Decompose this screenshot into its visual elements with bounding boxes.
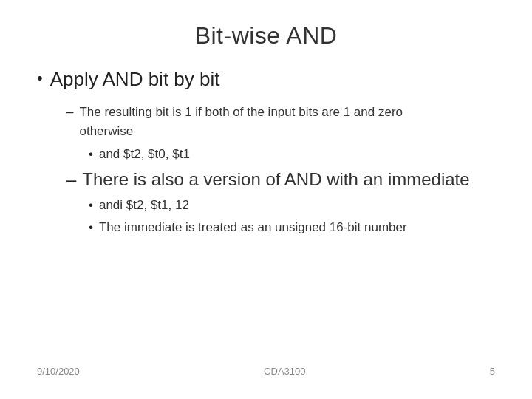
dash-item-1: – The resulting bit is 1 if both of the … xyxy=(66,103,495,140)
dot-marker-1: • xyxy=(89,145,93,164)
dash-item-2-text: There is also a version of AND with an i… xyxy=(82,167,469,192)
slide: Bit-wise AND • Apply AND bit by bit – Th… xyxy=(0,0,532,399)
dash-2-sub-sub: • andi $t2, $t1, 12 • The immediate is t… xyxy=(89,196,495,236)
bullet-1: • Apply AND bit by bit xyxy=(37,66,495,92)
dash-item-1-text: The resulting bit is 1 if both of the in… xyxy=(79,103,403,140)
dash-marker-1: – xyxy=(66,103,73,122)
footer-date: 9/10/2020 xyxy=(37,366,80,377)
dash-item-1-line2: otherwise xyxy=(79,124,133,138)
dash-item-1-line1: The resulting bit is 1 if both of the in… xyxy=(79,105,403,119)
slide-title: Bit-wise AND xyxy=(37,22,495,50)
dash-item-2: – There is also a version of AND with an… xyxy=(66,167,495,192)
bullet-1-text: Apply AND bit by bit xyxy=(50,66,220,92)
slide-content: • Apply AND bit by bit – The resulting b… xyxy=(37,66,495,358)
dot-item-2a-text: andi $t2, $t1, 12 xyxy=(99,196,189,215)
footer-course: CDA3100 xyxy=(264,366,305,377)
dot-item-1-text: and $t2, $t0, $t1 xyxy=(99,145,190,164)
bullet-1-sub-items: – The resulting bit is 1 if both of the … xyxy=(66,103,495,239)
dot-marker-2a: • xyxy=(89,196,93,215)
dot-item-2b: • The immediate is treated as an unsigne… xyxy=(89,218,495,237)
footer-page: 5 xyxy=(490,366,495,377)
dot-item-2a: • andi $t2, $t1, 12 xyxy=(89,196,495,215)
bullet-1-marker: • xyxy=(37,67,43,90)
dot-item-1: • and $t2, $t0, $t1 xyxy=(89,145,495,164)
footer: 9/10/2020 CDA3100 5 xyxy=(37,358,495,377)
dot-marker-2b: • xyxy=(89,218,93,237)
dash-marker-2: – xyxy=(66,167,76,192)
dash-1-sub-sub: • and $t2, $t0, $t1 xyxy=(89,145,495,164)
dot-item-2b-text: The immediate is treated as an unsigned … xyxy=(99,218,407,237)
